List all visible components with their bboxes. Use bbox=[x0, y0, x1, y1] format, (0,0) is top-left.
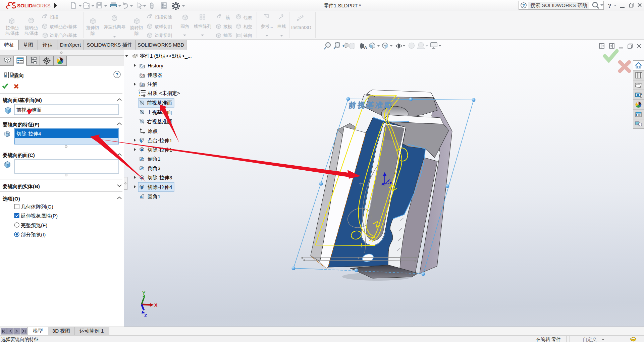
svg-text:切除-拉伸3: 切除-拉伸3 bbox=[148, 175, 172, 180]
svg-text:边界切割: 边界切割 bbox=[155, 33, 172, 38]
svg-text:完整预览(F): 完整预览(F) bbox=[21, 222, 47, 228]
svg-text:线性阵列: 线性阵列 bbox=[194, 24, 211, 29]
svg-text:倒角3: 倒角3 bbox=[147, 165, 160, 171]
svg-text:前视基准面: 前视基准面 bbox=[16, 107, 42, 113]
svg-text:镜向: 镜向 bbox=[243, 33, 252, 38]
svg-text:圆角1: 圆角1 bbox=[148, 193, 160, 199]
svg-text:A: A bbox=[141, 83, 144, 87]
svg-text:放样切割: 放样切割 bbox=[155, 24, 172, 29]
svg-text:要镜向的特征(F): 要镜向的特征(F) bbox=[2, 122, 39, 127]
svg-text:右视基准面: 右视基准面 bbox=[147, 119, 172, 124]
svg-text:Y: Y bbox=[142, 290, 146, 296]
svg-text:圆角: 圆角 bbox=[180, 24, 189, 29]
svg-text:切除-拉伸4: 切除-拉伸4 bbox=[148, 184, 172, 190]
svg-text:要镜向的面(C): 要镜向的面(C) bbox=[2, 152, 35, 158]
svg-text:除: 除 bbox=[91, 31, 95, 36]
svg-text:部分预览(I): 部分预览(I) bbox=[21, 232, 46, 237]
svg-text:原点: 原点 bbox=[148, 128, 158, 134]
svg-text:凸台-拉伸1: 凸台-拉伸1 bbox=[148, 137, 172, 143]
svg-text:前视基准面: 前视基准面 bbox=[147, 100, 172, 106]
svg-text:搜索 SOLIDWORKS 帮助: 搜索 SOLIDWORKS 帮助 bbox=[530, 2, 587, 8]
svg-text:材质 <未指定>: 材质 <未指定> bbox=[147, 90, 180, 96]
svg-text:包覆: 包覆 bbox=[243, 15, 252, 20]
svg-text:放样凸台/基体: 放样凸台/基体 bbox=[50, 24, 77, 29]
svg-text:异型孔向导: 异型孔向导 bbox=[104, 24, 126, 29]
svg-text:旋转切: 旋转切 bbox=[130, 25, 143, 30]
svg-text:A: A bbox=[364, 45, 367, 50]
svg-text:传感器: 传感器 bbox=[147, 72, 162, 78]
svg-text:前视基准面: 前视基准面 bbox=[348, 101, 394, 109]
svg-text:扫描切除: 扫描切除 bbox=[155, 14, 172, 19]
svg-text:零件1 (默认<<默认>_...: 零件1 (默认<<默认>_... bbox=[140, 53, 192, 59]
svg-text:几何体阵列(G): 几何体阵列(G) bbox=[21, 204, 53, 210]
svg-text:相交: 相交 bbox=[243, 24, 252, 29]
svg-text:参考...: 参考... bbox=[261, 24, 273, 29]
svg-text:History: History bbox=[148, 63, 163, 68]
svg-text:边界凸台/基体: 边界凸台/基体 bbox=[50, 33, 77, 38]
svg-text:?: ? bbox=[522, 3, 525, 8]
svg-text:拔模: 拔模 bbox=[223, 24, 232, 29]
svg-text:扫描: 扫描 bbox=[50, 14, 58, 19]
svg-text:选项(O): 选项(O) bbox=[2, 196, 20, 202]
svg-text:要镜向的实体(B): 要镜向的实体(B) bbox=[2, 183, 40, 189]
svg-text:旋转凸: 旋转凸 bbox=[25, 25, 38, 30]
svg-text:曲线: 曲线 bbox=[277, 24, 286, 29]
svg-text:SOLID: SOLID bbox=[17, 3, 33, 8]
svg-text:上视基准面: 上视基准面 bbox=[147, 109, 172, 115]
svg-text:WORKS: WORKS bbox=[32, 3, 51, 8]
svg-text:倒角1: 倒角1 bbox=[147, 156, 160, 162]
svg-text:筋: 筋 bbox=[226, 15, 230, 20]
svg-text:抽壳: 抽壳 bbox=[223, 33, 232, 38]
svg-text:台/基体: 台/基体 bbox=[5, 31, 19, 36]
svg-text:?: ? bbox=[116, 72, 119, 77]
svg-text:X: X bbox=[154, 302, 158, 308]
svg-text:注解: 注解 bbox=[147, 81, 157, 87]
svg-text:拉伸凸: 拉伸凸 bbox=[6, 25, 19, 30]
svg-text:切除-拉伸1: 切除-拉伸1 bbox=[148, 147, 172, 153]
svg-text:拉伸切: 拉伸切 bbox=[86, 25, 99, 30]
svg-text:?: ? bbox=[608, 3, 611, 9]
svg-text:切除-拉伸4: 切除-拉伸4 bbox=[16, 131, 41, 136]
svg-text:台/基体: 台/基体 bbox=[24, 31, 39, 36]
svg-text:镜向面/基准面(M): 镜向面/基准面(M) bbox=[2, 97, 42, 103]
svg-text:Z: Z bbox=[144, 313, 147, 318]
svg-text:Instant3D: Instant3D bbox=[291, 25, 311, 30]
svg-text:延伸视象属性(P): 延伸视象属性(P) bbox=[20, 213, 58, 219]
svg-text:镜向: 镜向 bbox=[12, 72, 24, 79]
svg-text:除: 除 bbox=[135, 31, 139, 36]
